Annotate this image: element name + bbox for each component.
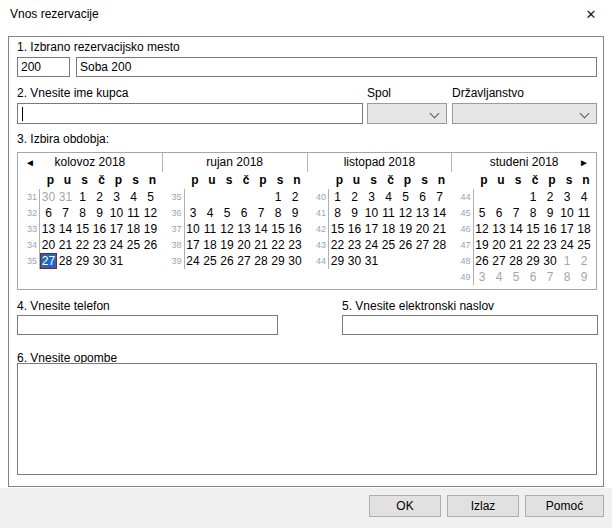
calendar-day[interactable]: 8 [329,205,346,221]
calendar-day[interactable]: 4 [202,205,219,221]
calendar-day[interactable]: 30 [287,253,304,269]
calendar-day[interactable]: 22 [270,237,287,253]
calendar-day[interactable]: 23 [91,237,108,253]
calendar-day[interactable]: 3 [559,189,576,205]
calendar-day[interactable]: 4 [380,189,397,205]
calendar-day[interactable]: 9 [576,269,593,285]
room-code-field[interactable] [17,57,70,77]
calendar-day[interactable]: 14 [57,221,74,237]
calendar-day[interactable]: 20 [414,221,431,237]
calendar-day[interactable]: 29 [74,253,91,269]
calendar-day[interactable]: 27 [414,237,431,253]
calendar-day[interactable]: 23 [287,237,304,253]
calendar-day[interactable]: 18 [202,237,219,253]
phone-field[interactable] [17,315,278,335]
calendar-day[interactable]: 5 [397,189,414,205]
calendar-day[interactable]: 29 [525,253,542,269]
calendar-day[interactable]: 18 [380,221,397,237]
calendar-day[interactable]: 12 [142,205,159,221]
notes-textarea[interactable] [17,363,597,475]
calendar-day[interactable]: 17 [185,237,202,253]
calendar-day[interactable]: 11 [576,205,593,221]
calendar-day[interactable]: 23 [542,237,559,253]
calendar-day[interactable]: 6 [491,205,508,221]
customer-name-field[interactable] [17,103,363,124]
calendar-day[interactable]: 29 [270,253,287,269]
calendar-day[interactable]: 15 [525,221,542,237]
calendar-day[interactable]: 13 [491,221,508,237]
calendar-day[interactable]: 1 [329,189,346,205]
calendar-day[interactable]: 19 [142,221,159,237]
room-name-field[interactable] [76,57,597,77]
calendar-day[interactable]: 18 [576,221,593,237]
calendar-day-selected[interactable]: 27 [40,253,57,269]
calendar-day[interactable]: 20 [40,237,57,253]
calendar-day[interactable]: 25 [125,237,142,253]
calendar-day[interactable]: 3 [108,189,125,205]
calendar-day[interactable]: 31 [57,189,74,205]
calendar-day[interactable]: 4 [125,189,142,205]
calendar-day[interactable]: 26 [219,253,236,269]
help-button[interactable]: Pomoć [525,495,604,517]
calendar-day[interactable]: 21 [431,221,448,237]
calendar-day[interactable]: 13 [40,221,57,237]
calendar-day[interactable]: 3 [474,269,491,285]
calendar-day[interactable]: 5 [508,269,525,285]
calendar-day[interactable]: 7 [508,205,525,221]
calendar-day[interactable]: 10 [108,205,125,221]
calendar-day[interactable]: 30 [91,253,108,269]
exit-button[interactable]: Izlaz [447,495,519,517]
calendar-day[interactable]: 26 [397,237,414,253]
calendar-day[interactable]: 25 [202,253,219,269]
calendar-day[interactable]: 2 [346,189,363,205]
citizenship-dropdown[interactable] [452,103,597,124]
calendar-day[interactable]: 19 [219,237,236,253]
calendar-day[interactable]: 14 [253,221,270,237]
calendar-day[interactable]: 23 [346,237,363,253]
calendar-day[interactable]: 7 [253,205,270,221]
calendar-day[interactable]: 8 [74,205,91,221]
calendar-day[interactable]: 6 [525,269,542,285]
calendar-day[interactable]: 15 [270,221,287,237]
calendar-day[interactable]: 12 [397,205,414,221]
calendar-day[interactable]: 27 [236,253,253,269]
calendar-day[interactable]: 2 [287,189,304,205]
calendar-day[interactable]: 17 [363,221,380,237]
calendar-day[interactable]: 11 [125,205,142,221]
calendar-day[interactable]: 30 [542,253,559,269]
calendar-day[interactable]: 1 [270,189,287,205]
ok-button[interactable]: OK [369,495,441,517]
calendar-day[interactable]: 20 [491,237,508,253]
calendar-day[interactable]: 17 [559,221,576,237]
calendar-day[interactable]: 16 [287,221,304,237]
calendar-day[interactable]: 7 [542,269,559,285]
calendar-day[interactable]: 6 [414,189,431,205]
close-icon[interactable]: ✕ [570,0,612,28]
calendar-day[interactable]: 10 [185,221,202,237]
calendar-day[interactable]: 19 [397,221,414,237]
calendar-day[interactable]: 28 [431,237,448,253]
calendar-day[interactable]: 9 [346,205,363,221]
calendar-day[interactable]: 9 [91,205,108,221]
calendar-day[interactable]: 3 [363,189,380,205]
calendar-day[interactable]: 7 [431,189,448,205]
email-field[interactable] [342,315,598,335]
calendar-day[interactable]: 9 [542,205,559,221]
calendar-day[interactable]: 22 [74,237,91,253]
calendar-day[interactable]: 28 [508,253,525,269]
calendar-day[interactable]: 15 [74,221,91,237]
gender-dropdown[interactable] [367,103,447,124]
calendar-day[interactable]: 9 [287,205,304,221]
calendar-day[interactable]: 4 [576,189,593,205]
calendar-day[interactable]: 14 [431,205,448,221]
calendar-day[interactable]: 17 [108,221,125,237]
calendar-day[interactable]: 28 [253,253,270,269]
calendar-day[interactable]: 21 [508,237,525,253]
calendar-day[interactable]: 5 [474,205,491,221]
calendar-day[interactable]: 28 [57,253,74,269]
calendar-day[interactable]: 30 [40,189,57,205]
calendar-day[interactable]: 25 [380,237,397,253]
calendar-day[interactable]: 26 [142,237,159,253]
calendar-day[interactable]: 19 [474,237,491,253]
calendar-day[interactable]: 2 [576,253,593,269]
